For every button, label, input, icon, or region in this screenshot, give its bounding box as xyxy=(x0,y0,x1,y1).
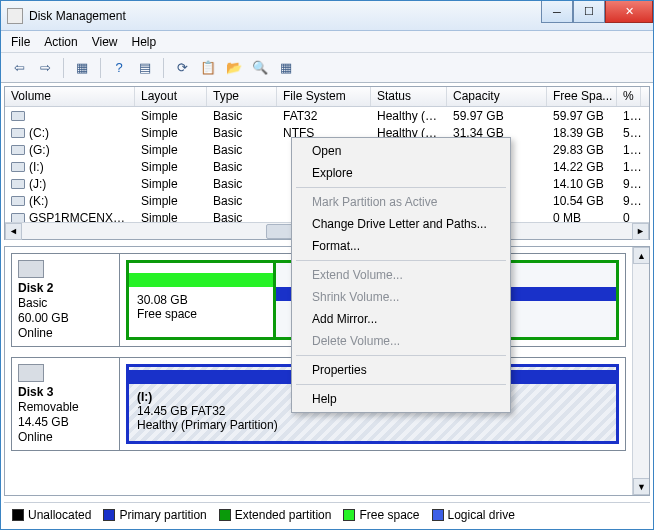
ctx-sep xyxy=(296,384,506,385)
volume-icon xyxy=(11,213,25,222)
forward-button[interactable]: ⇨ xyxy=(33,57,57,79)
volume-icon xyxy=(11,111,25,121)
menu-help[interactable]: Help xyxy=(132,35,157,49)
toolbar-sep xyxy=(163,58,164,78)
volume-icon xyxy=(11,128,25,138)
disk3-state: Online xyxy=(18,430,113,444)
disk3-label: Disk 3 Removable 14.45 GB Online xyxy=(12,358,120,450)
ctx-mark-active: Mark Partition as Active xyxy=(294,191,508,213)
legend-free: Free space xyxy=(343,508,419,522)
maximize-button[interactable]: ☐ xyxy=(573,1,605,23)
disk2-state: Online xyxy=(18,326,113,340)
volume-icon xyxy=(11,162,25,172)
legend: Unallocated Primary partition Extended p… xyxy=(4,502,650,526)
ctx-explore[interactable]: Explore xyxy=(294,162,508,184)
volume-icon xyxy=(11,179,25,189)
disk-management-window: Disk Management ─ ☐ ✕ File Action View H… xyxy=(0,0,654,530)
close-button[interactable]: ✕ xyxy=(605,1,653,23)
scroll-right-icon[interactable]: ► xyxy=(632,223,649,240)
disk3-kind: Removable xyxy=(18,400,113,414)
disk2-kind: Basic xyxy=(18,296,113,310)
partition-label: Free space xyxy=(137,307,265,321)
col-volume[interactable]: Volume xyxy=(5,87,135,106)
volume-icon xyxy=(11,196,25,206)
toolbar-list-icon[interactable]: ▤ xyxy=(133,57,157,79)
minimize-button[interactable]: ─ xyxy=(541,1,573,23)
disk-icon xyxy=(18,260,44,278)
ctx-properties[interactable]: Properties xyxy=(294,359,508,381)
col-status[interactable]: Status xyxy=(371,87,447,106)
ctx-sep xyxy=(296,187,506,188)
legend-unallocated: Unallocated xyxy=(12,508,91,522)
scroll-up-icon[interactable]: ▲ xyxy=(633,247,650,264)
legend-primary: Primary partition xyxy=(103,508,206,522)
partition-status: Healthy (Primary Partition) xyxy=(137,418,608,432)
disk3-name: Disk 3 xyxy=(18,385,113,399)
ctx-shrink: Shrink Volume... xyxy=(294,286,508,308)
ctx-extend: Extend Volume... xyxy=(294,264,508,286)
ctx-add-mirror[interactable]: Add Mirror... xyxy=(294,308,508,330)
disk-icon xyxy=(18,364,44,382)
window-buttons: ─ ☐ ✕ xyxy=(541,1,653,30)
table-row[interactable]: SimpleBasicFAT32Healthy (L...59.97 GB59.… xyxy=(5,107,649,124)
disk2-freespace-partition[interactable]: 30.08 GB Free space xyxy=(126,260,276,340)
toolbar-views-icon[interactable]: ▦ xyxy=(70,57,94,79)
back-button[interactable]: ⇦ xyxy=(7,57,31,79)
volume-icon xyxy=(11,145,25,155)
disk2-size: 60.00 GB xyxy=(18,311,113,325)
table-header: Volume Layout Type File System Status Ca… xyxy=(5,87,649,107)
ctx-sep xyxy=(296,260,506,261)
scroll-down-icon[interactable]: ▼ xyxy=(633,478,650,495)
refresh-icon[interactable]: ⟳ xyxy=(170,57,194,79)
ctx-change-letter[interactable]: Change Drive Letter and Paths... xyxy=(294,213,508,235)
app-icon xyxy=(7,8,23,24)
col-capacity[interactable]: Capacity xyxy=(447,87,547,106)
titlebar: Disk Management ─ ☐ ✕ xyxy=(1,1,653,31)
ctx-delete: Delete Volume... xyxy=(294,330,508,352)
ctx-sep xyxy=(296,355,506,356)
rescan-icon[interactable]: 📋 xyxy=(196,57,220,79)
col-freespace[interactable]: Free Spa... xyxy=(547,87,617,106)
menubar: File Action View Help xyxy=(1,31,653,53)
disk3-size: 14.45 GB xyxy=(18,415,113,429)
menu-action[interactable]: Action xyxy=(44,35,77,49)
toolbar-sep xyxy=(63,58,64,78)
window-title: Disk Management xyxy=(29,9,541,23)
menu-file[interactable]: File xyxy=(11,35,30,49)
scroll-left-icon[interactable]: ◄ xyxy=(5,223,22,240)
context-menu: Open Explore Mark Partition as Active Ch… xyxy=(291,137,511,413)
vertical-scrollbar[interactable]: ▲ ▼ xyxy=(632,247,649,495)
disk2-name: Disk 2 xyxy=(18,281,113,295)
toolbar: ⇦ ⇨ ▦ ? ▤ ⟳ 📋 📂 🔍 ▦ xyxy=(1,53,653,83)
toolbar-sep xyxy=(100,58,101,78)
legend-extended: Extended partition xyxy=(219,508,332,522)
col-percent[interactable]: % xyxy=(617,87,641,106)
disk2-label: Disk 2 Basic 60.00 GB Online xyxy=(12,254,120,346)
search-icon[interactable]: 🔍 xyxy=(248,57,272,79)
help-icon[interactable]: ? xyxy=(107,57,131,79)
partition-size: 30.08 GB xyxy=(137,293,265,307)
ctx-open[interactable]: Open xyxy=(294,140,508,162)
free-space-stripe xyxy=(129,273,273,287)
ctx-format[interactable]: Format... xyxy=(294,235,508,257)
open-icon[interactable]: 📂 xyxy=(222,57,246,79)
menu-view[interactable]: View xyxy=(92,35,118,49)
settings-icon[interactable]: ▦ xyxy=(274,57,298,79)
col-filesystem[interactable]: File System xyxy=(277,87,371,106)
legend-logical: Logical drive xyxy=(432,508,515,522)
col-layout[interactable]: Layout xyxy=(135,87,207,106)
col-type[interactable]: Type xyxy=(207,87,277,106)
ctx-help[interactable]: Help xyxy=(294,388,508,410)
